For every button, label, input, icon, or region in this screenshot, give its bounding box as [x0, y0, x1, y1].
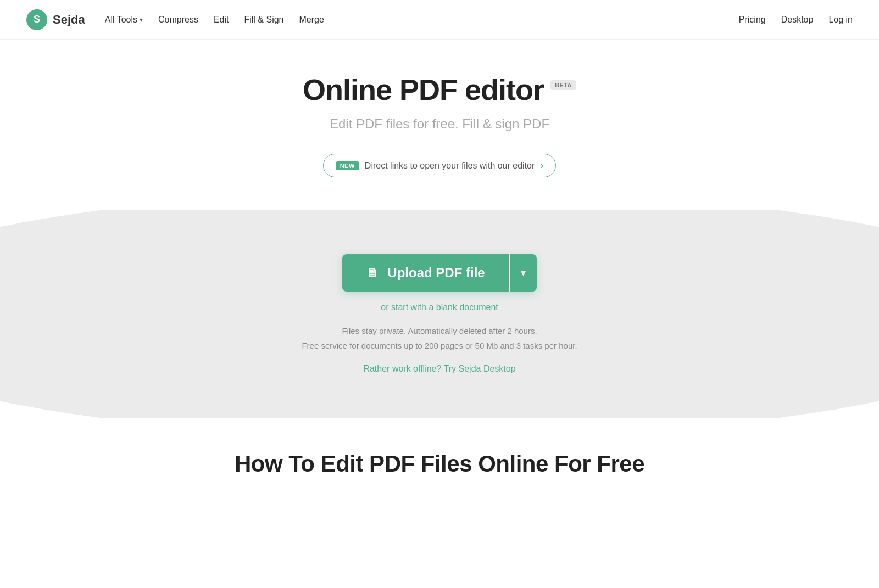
offline-link[interactable]: Rather work offline? Try Sejda Desktop	[363, 364, 515, 374]
hero-title-wrap: Online PDF editor BETA	[11, 72, 868, 107]
logo-name: Sejda	[53, 13, 85, 27]
merge-nav-item[interactable]: Merge	[299, 15, 324, 25]
fill-sign-nav-item[interactable]: Fill & Sign	[244, 15, 283, 25]
bottom-title: How To Edit PDF Files Online For Free	[11, 451, 868, 477]
nav-links: All Tools ▾ Compress Edit Fill & Sign Me…	[105, 15, 324, 25]
login-nav-item[interactable]: Log in	[828, 15, 853, 25]
hero-subtitle: Edit PDF files for free. Fill & sign PDF	[11, 116, 868, 132]
logo[interactable]: S Sejda	[26, 9, 85, 30]
upload-pdf-button[interactable]: 🗎 Upload PDF file	[342, 254, 509, 292]
nav-left: S Sejda All Tools ▾ Compress Edit Fill &…	[26, 9, 324, 30]
pricing-nav-item[interactable]: Pricing	[739, 15, 766, 25]
compress-nav-item[interactable]: Compress	[158, 15, 198, 25]
beta-badge: BETA	[550, 80, 576, 90]
hero-title: Online PDF editor	[303, 72, 544, 107]
new-tag: NEW	[336, 161, 359, 170]
upload-pdf-label: Upload PDF file	[387, 265, 485, 281]
navbar: S Sejda All Tools ▾ Compress Edit Fill &…	[0, 0, 879, 40]
all-tools-nav-item[interactable]: All Tools ▾	[105, 15, 143, 25]
wave-content: 🗎 Upload PDF file ▾ or start with a blan…	[11, 254, 868, 374]
edit-nav-item[interactable]: Edit	[214, 15, 229, 25]
new-banner[interactable]: NEW Direct links to open your files with…	[323, 154, 557, 177]
chevron-down-icon: ▾	[140, 16, 143, 24]
upload-dropdown-button[interactable]: ▾	[510, 254, 537, 292]
desktop-nav-item[interactable]: Desktop	[781, 15, 814, 25]
upload-button-group: 🗎 Upload PDF file ▾	[342, 254, 536, 292]
files-info: Files stay private. Automatically delete…	[302, 323, 577, 353]
dropdown-arrow-icon: ▾	[521, 267, 526, 279]
hero-section: Online PDF editor BETA Edit PDF files fo…	[0, 40, 879, 177]
new-banner-text: Direct links to open your files with our…	[365, 161, 535, 171]
bottom-section: How To Edit PDF Files Online For Free	[0, 418, 879, 499]
logo-icon: S	[26, 9, 47, 30]
files-info-line2: Free service for documents up to 200 pag…	[302, 338, 577, 353]
upload-file-icon: 🗎	[366, 266, 379, 280]
wave-section: 🗎 Upload PDF file ▾ or start with a blan…	[0, 210, 879, 418]
files-info-line1: Files stay private. Automatically delete…	[302, 323, 577, 338]
new-banner-arrow-icon: ›	[540, 160, 543, 171]
nav-right: Pricing Desktop Log in	[739, 15, 853, 25]
blank-document-link[interactable]: or start with a blank document	[381, 303, 498, 312]
all-tools-label: All Tools	[105, 15, 137, 25]
